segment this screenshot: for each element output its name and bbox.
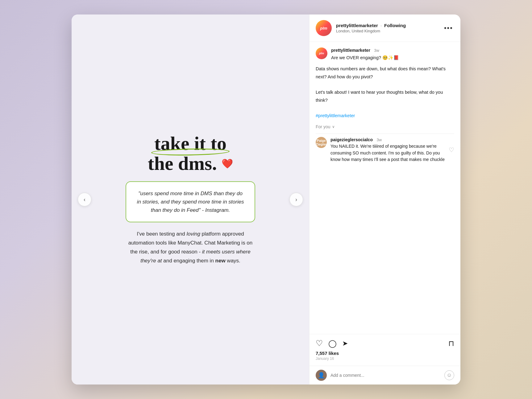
emoji-picker-button[interactable]: ☺ — [444, 370, 454, 380]
commenter-avatar: PaigeZiegler — [316, 137, 327, 148]
more-options-button[interactable]: ••• — [443, 23, 454, 33]
likes-count: 7,557 likes — [316, 351, 454, 356]
chevron-right-icon: › — [295, 196, 297, 203]
chevron-left-icon: ‹ — [84, 196, 85, 203]
post-image-panel: ‹ take it to the dms. ❤️ "users spend m — [72, 14, 309, 385]
title-line2: the dms. — [148, 153, 217, 174]
add-comment-bar: 👤 ☺ — [310, 366, 460, 385]
prev-slide-button[interactable]: ‹ — [78, 193, 91, 206]
current-user-avatar: 👤 — [316, 370, 327, 381]
caption-meta: prettylittlemarketer 3w Are we OVER enga… — [331, 47, 454, 61]
caption-line1: Are we OVER engaging? 🥺✨📕 — [331, 54, 454, 61]
post-header: plm prettylittlemarketer · Following Lon… — [310, 14, 460, 42]
emoji-icon: ☺ — [447, 372, 452, 378]
section-divider — [316, 134, 454, 134]
title-line1: take it to — [154, 133, 227, 154]
header-account-info: prettylittlemarketer · Following London,… — [336, 23, 438, 33]
post-details-panel: plm prettylittlemarketer · Following Lon… — [309, 14, 460, 385]
caption-body: Data shows numbers are down, but what do… — [316, 65, 454, 120]
next-slide-button[interactable]: › — [289, 193, 303, 206]
quote-box: "users spend more time in DMS than they … — [126, 181, 255, 223]
header-username[interactable]: prettylittlemarketer — [336, 23, 378, 28]
comment-content: paigezieglersocialco 3w You NAILED it. W… — [330, 137, 445, 163]
comment-item: PaigeZiegler paigezieglersocialco 3w You… — [316, 137, 454, 163]
commenter-username[interactable]: paigezieglersocialco — [330, 137, 373, 142]
share-button[interactable]: ➤ — [342, 339, 348, 348]
caption-line2: Data shows numbers are down, but what do… — [316, 65, 454, 81]
caption-header: plm prettylittlemarketer 3w Are we OVER … — [316, 47, 454, 61]
comment-like-button[interactable]: ♡ — [449, 146, 454, 154]
body-bold: new — [215, 258, 226, 264]
like-button[interactable]: ♡ — [316, 339, 323, 348]
comment-input[interactable] — [330, 373, 441, 378]
caption-avatar: plm — [316, 47, 327, 59]
body-text: I've been testing and loving platform ap… — [126, 230, 255, 265]
comment-text: You NAILED it. We're tiiiired of engagin… — [330, 143, 445, 163]
caption-time: 3w — [374, 48, 379, 53]
for-you-label: For you — [316, 124, 330, 129]
post-main-title: take it to the dms. ❤️ — [148, 134, 233, 174]
body-part1: I've been testing and — [137, 231, 186, 237]
comment-time: 3w — [376, 138, 382, 142]
account-avatar-large: plm — [316, 20, 332, 36]
post-body: plm prettylittlemarketer 3w Are we OVER … — [310, 42, 460, 334]
account-location: London, United Kingdom — [336, 29, 438, 33]
for-you-toggle[interactable]: For you ∨ — [316, 124, 454, 129]
following-status[interactable]: Following — [384, 23, 406, 28]
slide-content: take it to the dms. ❤️ "users spend more… — [107, 121, 274, 278]
chevron-down-icon: ∨ — [332, 125, 335, 129]
caption-username[interactable]: prettylittlemarketer — [331, 48, 370, 53]
body-italic: loving — [186, 231, 200, 237]
actions-bar: ♡ ◯ ➤ ⊓ 7,557 likes January 16 — [310, 334, 460, 366]
instagram-post-window: ‹ take it to the dms. ❤️ "users spend m — [72, 14, 460, 385]
post-date: January 16 — [316, 356, 454, 361]
caption-line3: Let's talk about! I want to hear your th… — [316, 88, 454, 104]
quote-text: "users spend more time in DMS than they … — [136, 189, 245, 215]
body-part3: and engaging them in — [162, 258, 215, 264]
comment-button[interactable]: ◯ — [328, 339, 337, 348]
body-part4: ways. — [226, 258, 240, 264]
separator-dot: · — [380, 23, 382, 28]
bookmark-button[interactable]: ⊓ — [448, 339, 454, 348]
caption-hashtag[interactable]: #prettylittlemarketer — [316, 113, 355, 118]
